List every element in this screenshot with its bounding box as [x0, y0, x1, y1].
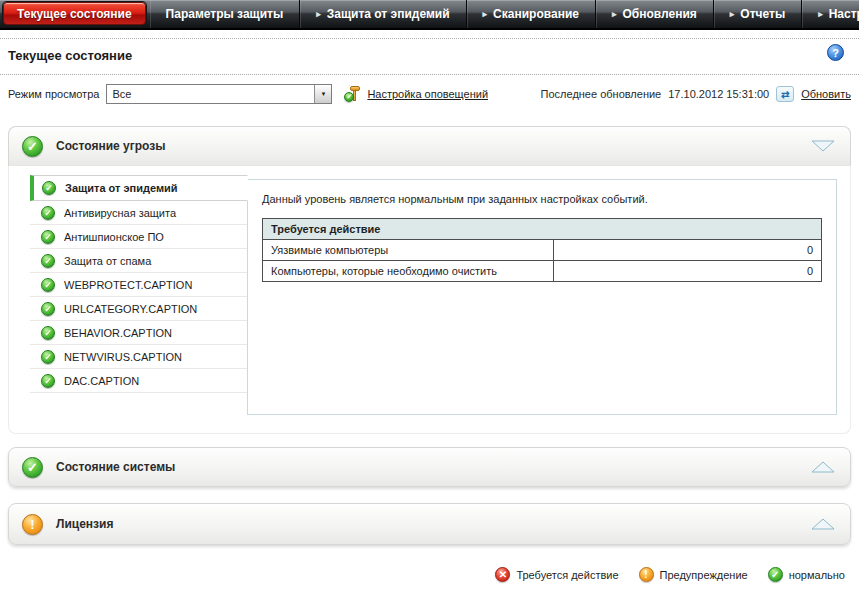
threat-detail-content: Данный уровень является нормальным при з…: [247, 179, 837, 415]
ok-status-icon: ✓: [41, 230, 55, 244]
status-legend: ✕Требуется действие!Предупреждение✓норма…: [0, 567, 845, 582]
last-update-value: 17.10.2012 15:31:00: [668, 88, 769, 100]
nav-tab-label: Настройка: [829, 7, 859, 21]
nav-tab-4[interactable]: ▸Сканирование: [467, 0, 596, 28]
last-update-label: Последнее обновление: [541, 88, 662, 100]
nav-tab-label: Отчеты: [740, 7, 785, 21]
threat-panel-title: Состояние угрозы: [56, 139, 165, 153]
submenu-arrow-icon: ▸: [818, 9, 823, 19]
help-icon[interactable]: ?: [827, 44, 844, 61]
license-panel: ! Лицензия: [8, 503, 851, 545]
submenu-arrow-icon: ▸: [730, 9, 735, 19]
sidebar-item-label: Антишпионское ПО: [64, 231, 164, 243]
ok-status-icon: ✓: [22, 136, 43, 157]
nav-tab-label: Параметры защиты: [166, 7, 284, 21]
view-mode-select[interactable]: Все ▼: [106, 84, 332, 104]
nav-tab-6[interactable]: ▸Отчеты: [714, 0, 802, 28]
sidebar-item-label: NETWVIRUS.CAPTION: [64, 351, 182, 363]
threat-level-description: Данный уровень является нормальным при з…: [262, 193, 822, 205]
ok-status-icon: ✓: [41, 350, 55, 364]
alert-settings-link[interactable]: Настройка оповещений: [367, 88, 488, 100]
expand-toggle-icon[interactable]: [810, 517, 836, 531]
nav-tab-2[interactable]: Параметры защиты: [150, 0, 301, 28]
ok-status-icon: ✓: [41, 206, 55, 220]
legend-item: !Предупреждение: [639, 567, 748, 582]
submenu-arrow-icon: ▸: [316, 9, 321, 19]
alert-settings-icon[interactable]: ✓: [344, 86, 360, 102]
table-row: Уязвимые компьютеры0: [263, 240, 822, 261]
sidebar-item-label: Защита от спама: [64, 255, 151, 267]
application-window: Текущее состояниеПараметры защиты▸Защита…: [0, 0, 859, 593]
collapse-toggle-icon[interactable]: [810, 139, 836, 153]
nav-tab-3[interactable]: ▸Защита от эпидемий: [300, 0, 466, 28]
license-panel-title: Лицензия: [56, 517, 113, 531]
table-cell-label: Уязвимые компьютеры: [263, 240, 554, 261]
refresh-icon[interactable]: ⇄: [776, 86, 794, 102]
sidebar-item-4[interactable]: ✓Защита от спама: [30, 249, 247, 273]
nav-tabs: Текущее состояниеПараметры защиты▸Защита…: [0, 0, 859, 28]
legend-label: нормально: [789, 569, 845, 581]
sidebar-item-2[interactable]: ✓Антивирусная защита: [30, 201, 247, 225]
view-mode-label: Режим просмотра: [8, 88, 99, 100]
nav-tab-7[interactable]: ▸Настройка: [802, 0, 859, 28]
nav-tab-label: Обновления: [622, 7, 696, 21]
ok-status-icon: ✓: [41, 278, 55, 292]
sidebar-item-6[interactable]: ✓URLCATEGORY.CAPTION: [30, 297, 247, 321]
sidebar-item-7[interactable]: ✓BEHAVIOR.CAPTION: [30, 321, 247, 345]
legend-label: Предупреждение: [660, 569, 748, 581]
ok-status-icon: ✓: [41, 254, 55, 268]
ok-status-icon: ✓: [22, 457, 43, 478]
top-navigation-bar: Текущее состояниеПараметры защиты▸Защита…: [0, 0, 859, 30]
sidebar-item-label: URLCATEGORY.CAPTION: [64, 303, 197, 315]
submenu-arrow-icon: ▸: [483, 9, 488, 19]
sidebar-item-9[interactable]: ✓DAC.CAPTION: [30, 369, 247, 393]
error-status-icon: ✕: [495, 567, 510, 582]
table-cell-value: 0: [553, 261, 821, 282]
ok-status-icon: ✓: [42, 181, 56, 195]
threat-status-panel: ✓ Состояние угрозы ✓Защита от эпидемий✓А…: [8, 126, 851, 434]
sidebar-item-label: Защита от эпидемий: [65, 182, 178, 194]
sidebar-item-1[interactable]: ✓Защита от эпидемий: [30, 175, 248, 201]
system-panel-header[interactable]: ✓ Состояние системы: [8, 447, 851, 487]
ok-status-icon: ✓: [768, 567, 783, 582]
sidebar-item-label: WEBPROTECT.CAPTION: [64, 279, 192, 291]
page-title: Текущее состояние: [8, 48, 851, 63]
sidebar-item-3[interactable]: ✓Антишпионское ПО: [30, 225, 247, 249]
nav-tab-5[interactable]: ▸Обновления: [596, 0, 714, 28]
sidebar-item-5[interactable]: ✓WEBPROTECT.CAPTION: [30, 273, 247, 297]
threat-panel-header[interactable]: ✓ Состояние угрозы: [8, 126, 851, 166]
ok-status-icon: ✓: [41, 326, 55, 340]
warning-status-icon: !: [639, 567, 654, 582]
legend-label: Требуется действие: [516, 569, 618, 581]
table-row: Компьютеры, которые необходимо очистить0: [263, 261, 822, 282]
legend-item: ✕Требуется действие: [495, 567, 618, 582]
nav-tab-1[interactable]: Текущее состояние: [3, 2, 146, 25]
view-mode-selected-value: Все: [112, 88, 314, 100]
sidebar-item-label: Антивирусная защита: [64, 207, 176, 219]
page-header: Текущее состояние ?: [0, 38, 859, 75]
threat-panel-body: ✓Защита от эпидемий✓Антивирусная защита✓…: [8, 166, 851, 434]
ok-status-icon: ✓: [41, 374, 55, 388]
nav-tab-label: Сканирование: [493, 7, 579, 21]
chevron-down-icon[interactable]: ▼: [314, 85, 331, 103]
table-cell-label: Компьютеры, которые необходимо очистить: [263, 261, 554, 282]
sidebar-item-8[interactable]: ✓NETWVIRUS.CAPTION: [30, 345, 247, 369]
toolbar: Режим просмотра Все ▼ ✓ Настройка оповещ…: [0, 75, 859, 116]
system-panel-title: Состояние системы: [56, 460, 175, 474]
sidebar-item-label: DAC.CAPTION: [64, 375, 139, 387]
ok-status-icon: ✓: [41, 302, 55, 316]
toolbar-right-group: Последнее обновление 17.10.2012 15:31:00…: [541, 86, 851, 102]
nav-tab-label: Текущее состояние: [17, 7, 132, 21]
license-panel-header[interactable]: ! Лицензия: [8, 503, 851, 545]
nav-tab-label: Защита от эпидемий: [327, 7, 450, 21]
protection-category-list: ✓Защита от эпидемий✓Антивирусная защита✓…: [30, 175, 247, 393]
submenu-arrow-icon: ▸: [612, 9, 617, 19]
sidebar-item-label: BEHAVIOR.CAPTION: [64, 327, 172, 339]
legend-item: ✓нормально: [768, 567, 845, 582]
refresh-link[interactable]: Обновить: [801, 88, 851, 100]
table-header: Требуется действие: [263, 219, 822, 240]
action-required-table: Требуется действие Уязвимые компьютеры0К…: [262, 218, 822, 282]
expand-toggle-icon[interactable]: [810, 460, 836, 474]
warning-status-icon: !: [22, 514, 43, 535]
table-cell-value: 0: [553, 240, 821, 261]
